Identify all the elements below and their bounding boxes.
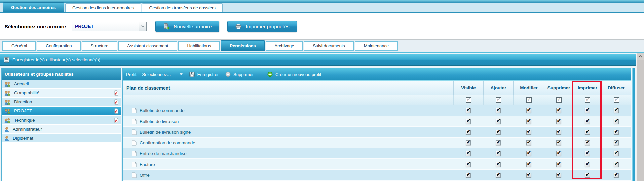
checkbox-facture-visible[interactable] — [466, 162, 471, 167]
checkbox-offre-ajouter[interactable] — [496, 173, 501, 178]
main-tab-gestion-des-liens-inter-armoires[interactable]: Gestion des liens inter-armoires — [65, 3, 141, 12]
sub-tab-permissions[interactable]: Permissions — [221, 40, 265, 51]
checkbox-bulletin-de-livraison-signe-ajouter[interactable] — [496, 130, 501, 135]
sub-tab-assistant-classement[interactable]: Assistant classement — [118, 41, 177, 51]
perm-cell-ajouter — [483, 119, 513, 124]
main-tab-gestion-des-armoires[interactable]: Gestion des armoires — [3, 2, 64, 12]
row-label-cell[interactable]: Bulletin de livraison — [123, 119, 453, 124]
select-all-checkbox-ajouter[interactable] — [496, 97, 501, 103]
chevron-down-icon[interactable] — [139, 22, 146, 31]
select-all-checkbox-modifier[interactable] — [526, 97, 532, 103]
main-tab-gestion-des-transferts-de-dossiers[interactable]: Gestion des transferts de dossiers — [142, 3, 222, 12]
checkbox-entree-de-marchandise-supprimer[interactable] — [556, 151, 561, 156]
checkbox-facture-supprimer[interactable] — [556, 162, 561, 167]
checkbox-bulletin-de-commande-visible[interactable] — [466, 108, 471, 113]
checkbox-offre-modifier[interactable] — [526, 173, 531, 178]
checkbox-bulletin-de-livraison-signe-supprimer[interactable] — [556, 130, 561, 135]
checkbox-bulletin-de-livraison-imprimer[interactable] — [585, 119, 590, 124]
checkbox-confirmation-de-commande-ajouter[interactable] — [496, 140, 501, 145]
row-label-cell[interactable]: Bulletin de livraison signé — [123, 129, 453, 135]
sub-tab-general[interactable]: Général — [2, 41, 36, 51]
checkbox-confirmation-de-commande-modifier[interactable] — [526, 140, 531, 145]
checkbox-bulletin-de-commande-ajouter[interactable] — [496, 108, 501, 113]
cabinet-select[interactable]: PROJET — [72, 22, 147, 31]
user-item-label: Digidemat — [13, 136, 33, 141]
create-profile-button[interactable]: Créer un nouveau profil — [267, 72, 321, 77]
table-row-bulletin-de-livraison: Bulletin de livraison — [123, 116, 631, 127]
pdf-icon — [114, 108, 119, 114]
row-label-cell[interactable]: Facture — [123, 162, 453, 167]
checkbox-entree-de-marchandise-modifier[interactable] — [526, 151, 531, 156]
user-item-label: PROJET — [14, 108, 32, 113]
select-all-checkbox-supprimer[interactable] — [556, 97, 562, 103]
tab-label: Structure — [91, 43, 109, 48]
checkbox-bulletin-de-commande-imprimer[interactable] — [585, 108, 590, 113]
checkbox-facture-diffuser[interactable] — [614, 162, 619, 167]
checkbox-facture-modifier[interactable] — [526, 162, 531, 167]
user-item-direction[interactable]: Direction — [2, 98, 121, 107]
checkbox-bulletin-de-livraison-ajouter[interactable] — [496, 119, 501, 124]
select-all-checkbox-visible[interactable] — [466, 97, 471, 103]
new-cabinet-button[interactable]: Nouvelle armoire — [155, 21, 219, 32]
checkbox-entree-de-marchandise-imprimer[interactable] — [585, 151, 590, 156]
vertical-scrollbar[interactable] — [636, 53, 644, 181]
save-users-toolbar[interactable]: Enregistrer le(s) utilisateur(s) selecti… — [0, 54, 636, 66]
checkbox-confirmation-de-commande-imprimer[interactable] — [585, 140, 590, 145]
checkbox-bulletin-de-livraison-signe-modifier[interactable] — [526, 130, 531, 135]
user-item-technique[interactable]: Technique — [2, 116, 121, 125]
user-item-administrateur[interactable]: Administrateur — [2, 125, 121, 134]
sub-tab-suivi-documents[interactable]: Suivi documents — [304, 41, 354, 51]
checkbox-offre-imprimer[interactable] — [585, 173, 590, 178]
checkbox-offre-visible[interactable] — [466, 173, 471, 178]
perm-cell-supprimer — [544, 173, 573, 178]
user-item-comptabilite[interactable]: Comptabilité — [2, 89, 121, 98]
users-group-icon — [4, 90, 11, 96]
checkbox-bulletin-de-livraison-signe-imprimer[interactable] — [585, 130, 590, 135]
pdf-icon — [114, 99, 119, 105]
row-label-cell[interactable]: Bulletin de commande — [123, 108, 453, 113]
select-all-spacer — [123, 95, 453, 105]
user-item-accueil[interactable]: Accueil — [2, 80, 121, 89]
select-all-checkbox-diffuser[interactable] — [614, 97, 619, 103]
checkbox-confirmation-de-commande-diffuser[interactable] — [614, 140, 619, 145]
checkbox-entree-de-marchandise-ajouter[interactable] — [496, 151, 501, 156]
checkbox-confirmation-de-commande-supprimer[interactable] — [556, 140, 561, 145]
checkbox-bulletin-de-livraison-signe-visible[interactable] — [466, 130, 471, 135]
checkbox-offre-supprimer[interactable] — [556, 173, 561, 178]
checkbox-entree-de-marchandise-diffuser[interactable] — [614, 151, 619, 156]
checkbox-bulletin-de-livraison-supprimer[interactable] — [556, 119, 561, 124]
profile-delete-label: Supprimer — [233, 72, 254, 77]
checkbox-bulletin-de-commande-supprimer[interactable] — [556, 108, 561, 113]
row-label-cell[interactable]: Confirmation de commande — [123, 140, 453, 146]
checkbox-confirmation-de-commande-visible[interactable] — [466, 140, 471, 145]
sub-tab-archivage[interactable]: Archivage — [266, 41, 303, 51]
checkbox-facture-ajouter[interactable] — [496, 162, 501, 167]
print-properties-button[interactable]: Imprimer propriétés — [227, 21, 297, 32]
scroll-up-button[interactable] — [637, 53, 644, 60]
profile-save-button[interactable]: Enregistrer — [189, 72, 219, 77]
checkbox-entree-de-marchandise-visible[interactable] — [466, 151, 471, 156]
sub-tab-maintenance[interactable]: Maintenance — [355, 41, 398, 51]
checkbox-bulletin-de-commande-modifier[interactable] — [526, 108, 531, 113]
checkbox-bulletin-de-livraison-diffuser[interactable] — [614, 119, 619, 124]
checkbox-bulletin-de-livraison-visible[interactable] — [466, 119, 471, 124]
user-icon — [4, 136, 9, 141]
sub-tab-structure[interactable]: Structure — [82, 41, 118, 51]
user-item-digidemat[interactable]: Digidemat — [2, 134, 121, 143]
tab-label: Habilitations — [187, 43, 211, 48]
tab-label: Gestion des transferts de dossiers — [149, 5, 215, 10]
column-header-diffuser: Diffuser — [602, 81, 631, 95]
select-all-checkbox-imprimer[interactable] — [585, 97, 590, 103]
checkbox-offre-diffuser[interactable] — [614, 173, 619, 178]
checkbox-bulletin-de-livraison-signe-diffuser[interactable] — [614, 130, 619, 135]
checkbox-bulletin-de-commande-diffuser[interactable] — [614, 108, 619, 113]
sub-tab-configuration[interactable]: Configuration — [37, 41, 81, 51]
checkbox-bulletin-de-livraison-modifier[interactable] — [526, 119, 531, 124]
row-label-cell[interactable]: Entrée de marchandise — [123, 151, 453, 156]
checkbox-facture-imprimer[interactable] — [585, 162, 590, 167]
row-label-cell[interactable]: Offre — [123, 172, 453, 178]
profile-delete-button[interactable]: Supprimer — [225, 72, 254, 77]
sub-tab-habilitations[interactable]: Habilitations — [178, 41, 220, 51]
profile-select[interactable]: Selectionnez... — [142, 72, 182, 77]
user-item-projet[interactable]: PROJET — [2, 107, 121, 116]
